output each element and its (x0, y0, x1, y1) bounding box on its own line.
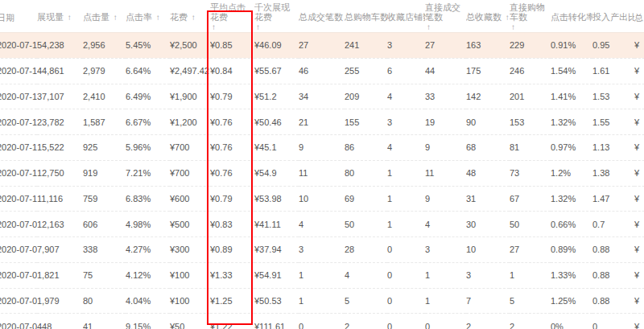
cell-direct_carts: 201 (510, 84, 551, 109)
cell-ctr: 4.12% (126, 262, 170, 288)
cell-ctr: 6.49% (126, 84, 170, 109)
sort-arrow-icon: ↑ (427, 23, 431, 31)
cell-click_cvr: 1.33% (551, 262, 592, 288)
column-header-click_cvr[interactable]: 点击转化率 ↑ (551, 0, 592, 33)
column-header-direct_orders[interactable]: 直接成交笔数 ↑ (425, 0, 466, 33)
column-header-cpm[interactable]: 千次展现花费 ↑ (254, 0, 299, 33)
cell-direct_carts: 229 (510, 33, 551, 59)
table-row: 2020-07-03448419.15%¥50¥1.22¥111.6102002… (0, 314, 644, 329)
cell-cpm: ¥41.11 (254, 212, 299, 237)
table-row: 2020-07-1011,1167596.83%¥600¥0.79¥53.981… (0, 186, 644, 212)
table-row: 2020-07-0912,1636064.98%¥500¥0.83¥41.114… (0, 212, 644, 237)
cell-fav_shops: 6 (387, 58, 425, 84)
column-header-fav_shops[interactable]: 收藏店铺数 ↑ (387, 0, 425, 33)
column-header-total_orders[interactable]: 总成交笔数 ↑ (299, 0, 345, 33)
cell-ctr: 9.15% (126, 314, 170, 329)
cell-truncated_total: ¥ (634, 135, 644, 161)
cell-cpm: ¥111.61 (254, 314, 299, 329)
cell-cpm: ¥46.09 (254, 33, 299, 59)
cell-cpm: ¥53.98 (254, 186, 299, 212)
cell-fav_shops: 1 (387, 186, 425, 212)
cell-roi: 0 (592, 314, 634, 329)
column-header-roi[interactable]: 投入产出比 ↑ (592, 0, 634, 33)
cell-total_orders: 1 (299, 288, 345, 314)
cell-fav_shops: 4 (387, 84, 425, 109)
cell-roi: 1.38 (592, 160, 634, 186)
cell-direct_carts: 81 (510, 135, 551, 161)
cell-cost: ¥2,500 (170, 33, 210, 59)
cell-clicks: 2,410 (83, 84, 126, 109)
column-header-ctr[interactable]: 点击率 ↑ (126, 0, 170, 33)
cell-direct_carts: 27 (510, 237, 551, 263)
cell-date: 2020-07-09 (0, 212, 37, 237)
cell-cost: ¥2,497.42 (170, 58, 210, 84)
cell-cost: ¥500 (170, 212, 210, 237)
cell-total_favs: 142 (466, 84, 510, 109)
cell-cost: ¥700 (170, 160, 210, 186)
column-label: 总收藏数 (466, 12, 502, 22)
cell-cpm: ¥54.91 (254, 262, 299, 288)
cell-total_carts: 69 (345, 186, 387, 212)
column-header-cost[interactable]: 花费 ↑ (170, 0, 210, 33)
column-header-clicks[interactable]: 点击量 ↑ (83, 0, 126, 33)
cell-clicks: 2,956 (83, 33, 126, 59)
cell-total_favs: 7 (466, 288, 510, 314)
cell-roi: 1.55 (592, 109, 634, 135)
cell-click_cvr: 1.25% (551, 288, 592, 314)
column-header-total_carts[interactable]: 总购物车数 ↑ (345, 0, 387, 33)
cell-roi: 0.88 (592, 288, 634, 314)
cell-direct_carts: 50 (510, 212, 551, 237)
cell-direct_carts: 153 (510, 109, 551, 135)
cell-clicks: 919 (83, 160, 126, 186)
cell-truncated_total: ¥ (634, 212, 644, 237)
cell-date: 2020-07-15 (0, 58, 37, 84)
header-row: 日期展现量 ↑点击量 ↑点击率 ↑花费 ↑平均点击花费 ↑千次展现花费 ↑总成交… (0, 0, 644, 33)
cell-truncated_total: ¥ (634, 262, 644, 288)
cell-avg_click_cost: ¥1.22 (210, 314, 254, 329)
cell-impressions: 54,238 (37, 33, 83, 59)
cell-fav_shops: 0 (387, 262, 425, 288)
cell-avg_click_cost: ¥0.85 (210, 33, 254, 59)
cell-date: 2020-07-16 (0, 33, 37, 59)
cell-click_cvr: 0% (551, 314, 592, 329)
cell-truncated_total: ¥ (634, 33, 644, 59)
cell-roi: 0.88 (592, 237, 634, 263)
sort-arrow-icon: ↑ (189, 13, 196, 22)
cell-date: 2020-07-05 (0, 262, 37, 288)
column-header-direct_carts[interactable]: 直接购物车数 ↑ (510, 0, 551, 33)
cell-impressions: 1,821 (37, 262, 83, 288)
cell-click_cvr: 0.66% (551, 212, 592, 237)
cell-cpm: ¥55.67 (254, 58, 299, 84)
cell-click_cvr: 1.32% (551, 109, 592, 135)
cell-ctr: 6.64% (126, 58, 170, 84)
column-label: 直接购物车数 (510, 2, 545, 22)
report-table-view: 日期展现量 ↑点击量 ↑点击率 ↑花费 ↑平均点击花费 ↑千次展现花费 ↑总成交… (0, 0, 644, 329)
cell-impressions: 37,107 (37, 84, 83, 109)
column-header-total_favs[interactable]: 总收藏数 ↑ (466, 0, 510, 33)
metrics-table: 日期展现量 ↑点击量 ↑点击率 ↑花费 ↑平均点击花费 ↑千次展现花费 ↑总成交… (0, 0, 644, 329)
cell-clicks: 1,587 (83, 109, 126, 135)
cell-avg_click_cost: ¥0.76 (210, 109, 254, 135)
cell-direct_orders: 27 (425, 33, 466, 59)
cell-total_carts: 80 (345, 160, 387, 186)
cell-avg_click_cost: ¥0.79 (210, 84, 254, 109)
cell-impressions: 448 (37, 314, 83, 329)
column-label: 投入产出比 (592, 12, 634, 22)
column-header-avg_click_cost[interactable]: 平均点击花费 ↑ (210, 0, 254, 33)
column-header-impressions[interactable]: 展现量 ↑ (37, 0, 83, 33)
cell-fav_shops: 1 (387, 160, 425, 186)
sort-arrow-icon: ↑ (154, 13, 160, 22)
cell-truncated_total: ¥ (634, 58, 644, 84)
cell-direct_carts: 1 (510, 262, 551, 288)
cell-click_cvr: 1.32% (551, 186, 592, 212)
column-label: 点击转化率 (551, 12, 592, 22)
cell-cpm: ¥51.2 (254, 84, 299, 109)
cell-cost: ¥50 (170, 314, 210, 329)
cell-click_cvr: 0.91% (551, 33, 592, 59)
cell-ctr: 4.27% (126, 237, 170, 263)
cell-impressions: 15,522 (37, 135, 83, 161)
column-label: 总 (634, 13, 643, 23)
cell-cost: ¥1,200 (170, 109, 210, 135)
cell-direct_orders: 33 (425, 84, 466, 109)
cell-clicks: 925 (83, 135, 126, 161)
